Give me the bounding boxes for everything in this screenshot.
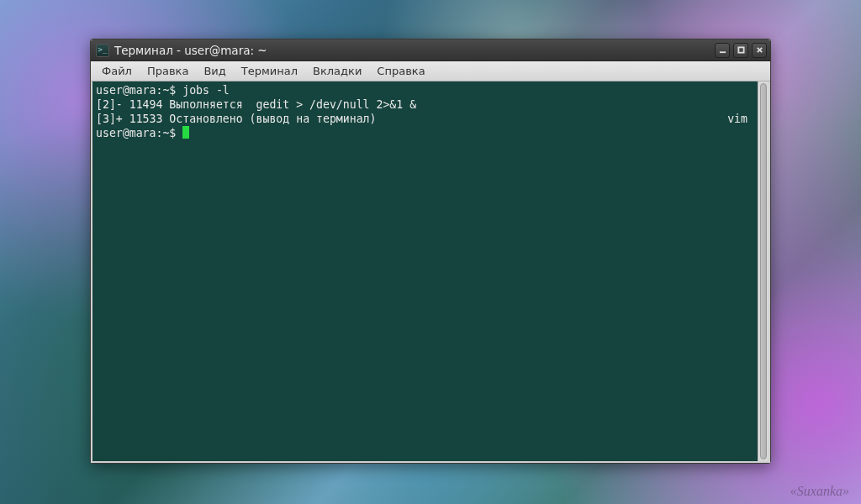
minimize-button[interactable] [715,43,730,58]
terminal-line: [2]- 11494 Выполняется gedit > /dev/null… [96,97,754,112]
menu-edit[interactable]: Правка [140,63,196,79]
close-button[interactable] [752,43,767,58]
terminal-output[interactable]: user@mara:~$ jobs -l[2]- 11494 Выполняет… [92,81,758,461]
menu-tabs[interactable]: Вкладки [305,63,369,79]
menu-bar: Файл Правка Вид Терминал Вкладки Справка [91,61,770,81]
desktop-wallpaper: >_ Терминал - user@mara: ~ Файл Правка В… [0,0,861,504]
cursor [182,126,189,139]
terminal-prompt-line: user@mara:~$ [96,126,754,140]
scroll-thumb[interactable] [760,83,767,459]
vertical-scrollbar[interactable] [758,81,769,461]
menu-terminal[interactable]: Терминал [234,63,305,79]
terminal-line: [3]+ 11533 Остановлено (вывод на термина… [96,112,754,126]
terminal-icon: >_ [96,44,109,57]
menu-view[interactable]: Вид [196,63,233,79]
menu-help[interactable]: Справка [369,63,432,79]
menu-file[interactable]: Файл [94,63,140,79]
wallpaper-watermark: «Suxanka» [790,484,849,499]
window-title: Терминал - user@mara: ~ [114,44,715,57]
window-controls [715,43,767,58]
terminal-container: user@mara:~$ jobs -l[2]- 11494 Выполняет… [91,81,770,463]
svg-rect-1 [738,47,743,52]
terminal-window: >_ Терминал - user@mara: ~ Файл Правка В… [90,39,771,464]
maximize-button[interactable] [733,43,748,58]
terminal-line: user@mara:~$ jobs -l [96,83,754,97]
window-titlebar[interactable]: >_ Терминал - user@mara: ~ [91,39,770,61]
